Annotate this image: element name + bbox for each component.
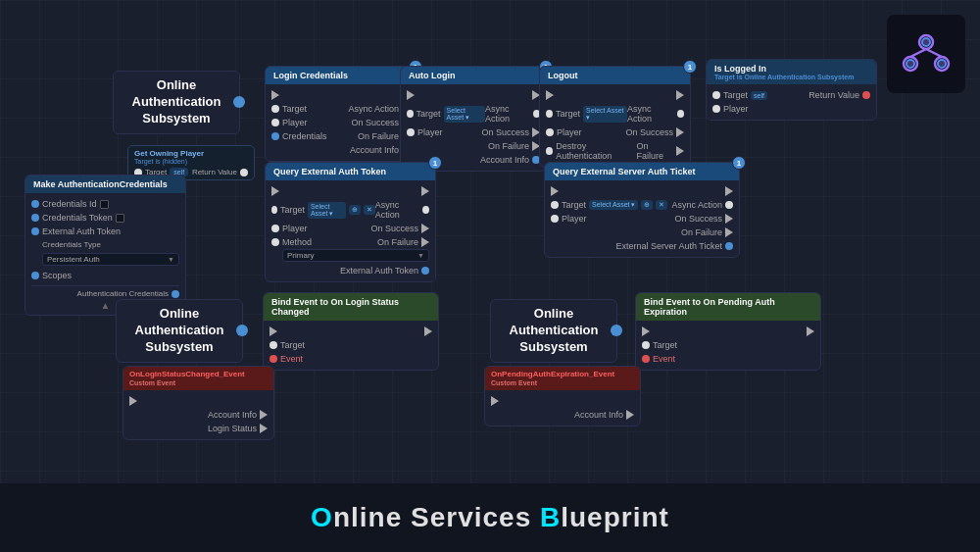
lc-credentials: Credentials (271, 131, 327, 141)
bind-pending-auth-node[interactable]: Bind Event to On Pending Auth Expiration… (635, 292, 821, 371)
is-logged-in-header: Is Logged In Target is Online Authentica… (707, 60, 876, 84)
auth-node-top-left[interactable]: OnlineAuthenticationSubsystem (113, 71, 240, 134)
al-exec-left (407, 90, 415, 100)
bottom-title-rest2: lueprint (561, 502, 669, 532)
bottom-bar: Online Services Blueprint (0, 483, 980, 552)
bpa-event: Event (642, 354, 675, 364)
qea-method: Method (271, 237, 312, 247)
olsc-status: Login Status (208, 424, 268, 433)
query-external-auth-badge: 1 (428, 156, 442, 170)
al-target: Target Select Asset ▾ (407, 106, 485, 123)
qes-ticket: External Server Auth Ticket (615, 241, 733, 251)
qea-token: External Auth Token (340, 266, 429, 276)
auth-node-middle[interactable]: OnlineAuthenticationSubsystem (490, 299, 617, 363)
al-failure: On Failure (488, 141, 540, 151)
al-async: Async Action (485, 104, 540, 124)
on-login-status-event-node[interactable]: OnLoginStatusChanged_Event Custom Event … (122, 366, 274, 440)
logo-box (887, 15, 965, 93)
auth-node-pin-middle (611, 325, 622, 336)
lo-async: Async Action (627, 104, 684, 124)
qes-failure: On Failure (681, 227, 733, 237)
qea-failure: On Failure (377, 237, 429, 247)
auto-login-node[interactable]: Auto Login 1 Target Select Asset ▾ Async… (400, 66, 547, 172)
query-external-server-header: Query External Server Auth Ticket (545, 163, 739, 180)
qes-async: Async Action (671, 200, 733, 210)
lo-success: On Success (625, 127, 684, 137)
bind-login-status-node[interactable]: Bind Event to On Login Status Changed Ta… (263, 292, 439, 371)
make-auth-header: Make AuthenticationCredentials (25, 176, 185, 193)
on-login-status-event-sub: Custom Event (129, 379, 175, 386)
il-return: Return Value (808, 90, 870, 100)
on-login-status-event-header: OnLoginStatusChanged_Event Custom Event (123, 367, 273, 390)
svg-line-4 (926, 49, 942, 57)
auth-node-pin-middle-left (236, 325, 248, 336)
on-pending-auth-event-header: OnPendingAuthExpiration_Event Custom Eve… (485, 367, 640, 390)
bls-exec-left (270, 326, 277, 336)
qes-exec-right (725, 186, 733, 196)
credentials-id-row: Credentials Id (31, 199, 109, 209)
method-dropdown[interactable]: Primary ▼ (282, 249, 429, 262)
qes-player: Player (551, 214, 587, 224)
olsc-account: Account Info (208, 410, 268, 420)
logout-header: Logout (540, 67, 690, 84)
svg-point-7 (938, 60, 946, 68)
opae-exec (491, 396, 499, 406)
lo-player: Player (546, 127, 582, 137)
al-player: Player (407, 127, 443, 137)
credentials-type-row: Credentials Type (31, 238, 179, 251)
qes-target: Target Select Asset ▾ ⊕ ✕ (551, 200, 667, 210)
bottom-title: Online Services Blueprint (311, 502, 669, 533)
query-external-auth-node[interactable]: Query External Auth Token 1 Target Selec… (265, 162, 436, 282)
auth-node-title-middle-left: OnlineAuthenticationSubsystem (126, 306, 232, 356)
qea-player: Player (271, 224, 308, 233)
svg-point-6 (906, 60, 914, 68)
qea-target: Target Select Asset ▾ ⊕ ✕ (271, 202, 375, 219)
svg-line-3 (910, 49, 926, 57)
lc-target: Target (271, 104, 307, 114)
qea-exec-left (271, 186, 279, 196)
get-owning-player-sub: Target is (hidden) (134, 158, 248, 165)
bls-target: Target (270, 340, 305, 350)
lc-player: Player (271, 118, 308, 127)
lo-exec-left (546, 90, 554, 100)
lo-target: Target Select Asset ▾ (546, 106, 627, 123)
get-owning-player-title: Get Owning Player (134, 149, 248, 158)
bottom-title-rest1: nline Services (333, 502, 540, 532)
lo-destroy: Destroy Authentication (546, 141, 636, 161)
logout-node[interactable]: Logout 1 Target Select Asset ▾ Async Act… (539, 66, 691, 168)
on-pending-auth-event-node[interactable]: OnPendingAuthExpiration_Event Custom Eve… (484, 366, 641, 427)
pin-return (240, 169, 248, 176)
bind-pending-auth-header: Bind Event to On Pending Auth Expiration (636, 293, 820, 321)
auth-node-pin-top-left (233, 96, 245, 108)
credentials-token-row: Credentials Token (31, 213, 124, 223)
auth-node-title-middle: OnlineAuthenticationSubsystem (501, 306, 607, 356)
is-logged-in-sub: Target is Online Authentication Subsyste… (714, 74, 868, 80)
scopes-row: Scopes (31, 271, 72, 280)
qes-success: On Success (674, 214, 733, 224)
query-external-server-badge: 1 (732, 156, 746, 170)
query-external-server-node[interactable]: Query External Server Auth Ticket 1 Targ… (544, 162, 740, 258)
external-auth-token-row: External Auth Token (31, 226, 121, 236)
lc-exec-left (271, 90, 279, 100)
qea-success: On Success (370, 224, 429, 233)
logout-badge: 1 (683, 60, 697, 74)
auth-credentials-output: Authentication Credentials (31, 289, 179, 298)
login-credentials-header: Login Credentials (266, 67, 416, 84)
credentials-type-dropdown[interactable]: Persistent Auth ▼ (42, 253, 179, 266)
make-auth-credentials-node[interactable]: Make AuthenticationCredentials Credentia… (24, 175, 186, 316)
qea-async: Async Action (375, 200, 429, 220)
bpa-exec-right (807, 326, 814, 336)
is-logged-in-node[interactable]: Is Logged In Target is Online Authentica… (706, 59, 877, 121)
auth-node-title-top-left: OnlineAuthenticationSubsystem (123, 77, 229, 127)
lo-exec-right (676, 90, 684, 100)
bottom-title-b: B (540, 502, 561, 532)
bottom-title-o: O (311, 502, 333, 532)
get-owning-player-return: Return Value (192, 168, 248, 176)
login-credentials-node[interactable]: Login Credentials 1 Target Async Action … (265, 66, 416, 162)
olsc-exec (129, 396, 137, 406)
on-pending-auth-event-sub: Custom Event (491, 379, 537, 386)
auth-node-middle-left[interactable]: OnlineAuthenticationSubsystem (116, 299, 243, 363)
bls-exec-right (424, 326, 432, 336)
bpa-target: Target (642, 340, 677, 350)
opae-account: Account Info (574, 410, 634, 420)
